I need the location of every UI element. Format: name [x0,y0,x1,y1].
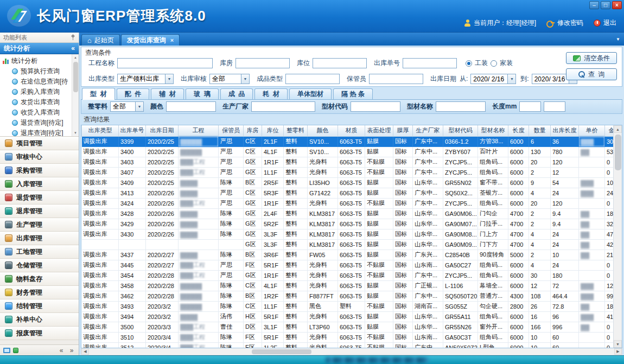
scroll-thumb[interactable] [252,349,311,354]
date-from-picker[interactable]: 2020/ 2/16 ▼ [470,74,516,84]
column-header[interactable]: 工程 [179,125,219,136]
column-header[interactable]: 出库类型 [82,125,119,136]
table-row[interactable]: 调拨出库35122020/3/4▓▓▓工程陈琳F区1L2F整料光身料6063-T… [82,342,619,348]
table-row[interactable]: 调拨出库34372020/2/27▓▓▓▓陈琳B区3R6F整料FW056063-… [82,250,619,260]
logout-button[interactable]: 退出 [603,18,616,28]
table-row[interactable]: 调拨出库34622020/2/28▓▓▓▓▓陈琳B区1R2F整料F8877FT6… [82,291,619,301]
sidebar-menu-item[interactable]: 报废管理 [0,327,79,340]
statistics-group-header[interactable]: 统计分析 « [0,43,79,54]
sidebar-menu-item[interactable]: 工地管理 [0,245,79,259]
close-button[interactable]: × [612,1,622,9]
tab-close-icon[interactable]: × [170,37,174,43]
horizontal-scrollbar[interactable]: ◀ ▶ [81,348,622,355]
material-tab[interactable]: 型 材 [82,88,115,100]
sidebar-menu-item[interactable]: 补单中心 [0,313,79,327]
sidebar-menu-item[interactable]: 生产管理 [0,218,79,232]
scroll-left-icon[interactable]: ◀ [81,348,89,355]
sidebar-menu-item[interactable]: 仓储管理 [0,259,79,272]
column-header[interactable]: 库位 [262,125,284,136]
column-header[interactable]: 表面处理 [365,125,393,136]
table-row[interactable]: 调拨出库33992020/2/25▓▓▓▓▓严思C区2L1F整料SV10...6… [82,136,619,146]
change-password-button[interactable]: 修改密码 [557,18,583,28]
keeper-input[interactable] [369,74,423,84]
table-row[interactable]: 调拨出库34302020/2/26▓▓▓▓陈琳G区3L3F整料KLM381760… [82,229,619,239]
material-tab[interactable]: 单体型材 [289,88,332,99]
dropdown-arrow-icon[interactable]: ▼ [507,74,515,84]
sidebar-menu-item[interactable]: 出库管理 [0,232,79,245]
column-header[interactable]: 材质 [338,125,365,136]
scroll-up-icon[interactable]: ▲ [614,125,622,133]
column-header[interactable]: 出库日期 [146,125,179,136]
dropdown-arrow-icon[interactable]: ▼ [241,74,249,84]
material-tab[interactable]: 配 件 [117,88,150,99]
clear-conditions-button[interactable]: 清空条件 [566,52,617,64]
column-header[interactable]: 颜色 [308,125,338,136]
table-row[interactable]: 调拨出库34092020/2/25▓▓▓▓陈琳B区2R5F整料LI35HO606… [82,177,619,188]
table-row[interactable]: G区3L3F整料KLM38176063-T5贴膜国标山东华...GA90M09.… [82,239,619,250]
sidebar-menu-item[interactable]: 入库管理 [0,177,79,191]
audit-select[interactable]: 全部 ▼ [209,74,250,84]
profile-code-input[interactable] [351,101,400,112]
vertical-scrollbar[interactable]: ▲ ▼ [613,125,622,348]
radio-industrial[interactable] [466,60,472,67]
collapse-icon[interactable]: « [71,44,75,52]
scroll-down-icon[interactable]: ▼ [614,340,622,348]
sidebar-menu-item[interactable]: 审核中心 [0,150,79,164]
warehouse-input[interactable] [235,58,290,68]
column-header[interactable]: 型材代码 [443,125,478,136]
color-input[interactable] [166,101,216,112]
project-name-input[interactable] [117,58,213,68]
tab-active[interactable]: 发货出库查询× [121,34,180,46]
column-header[interactable]: 出库单号 [119,125,146,136]
column-header[interactable]: 整零料 [284,125,308,136]
maximize-button[interactable]: □ [601,1,610,9]
tab[interactable]: ⌂起始页 [81,34,120,46]
column-header[interactable]: 膜厚 [393,125,413,136]
location-input[interactable] [313,58,367,68]
modules-icon[interactable] [13,348,18,353]
dropdown-arrow-icon[interactable]: ▼ [135,102,143,111]
table-row[interactable]: 调拨出库34542020/2/28▓▓▓工程严思G区1R1F整料光身料6063-… [82,270,619,280]
table-row[interactable]: 调拨出库34582020/2/28▓▓▓▓▓陈琳C区4L1F整料光身料6063-… [82,280,619,291]
column-header[interactable]: 保管员 [219,125,244,136]
tree-item[interactable]: 发货出库查询 [3,97,71,107]
sidebar-menu-item[interactable]: 退库管理 [0,205,79,218]
scroll-up-icon[interactable]: ▲ [72,54,79,61]
table-row[interactable]: 调拨出库34282020/2/26▓▓▓▓陈琳G区2L4F整料KLM381760… [82,208,619,219]
dropdown-arrow-icon[interactable]: ▼ [165,74,173,84]
table-row[interactable]: 调拨出库34132020/2/26▓▓▓▓严思C区5R3F整料G71422606… [82,188,619,198]
search-button[interactable]: 查 询 [566,68,617,80]
tree-item[interactable]: 退库查询[待定] [3,128,71,137]
table-row[interactable]: 调拨出库35002020/3/3▓▓▓工程曹佳D区3L1F整料LT3P60606… [82,322,619,332]
table-row[interactable]: 调拨出库34242020/2/26▓▓▓工程严思G区1R1F整料光身料6063-… [82,198,619,208]
table-row[interactable]: 调拨出库34032020/2/25▓▓▓工程严思G区1R1F整料光身料6063-… [82,157,619,167]
minimize-button[interactable]: – [589,1,599,9]
table-row[interactable]: 调拨出库34452020/2/27▓▓▓工程严思F区5R1F整料光身料6063-… [82,260,619,270]
scroll-down-icon[interactable]: ▼ [72,130,79,136]
product-type-input[interactable] [285,74,340,84]
column-header[interactable]: 型材名称 [478,125,508,136]
length-to-input[interactable] [544,101,565,112]
material-tab[interactable]: 隔 热 条 [333,88,373,99]
scroll-thumb[interactable] [615,135,621,170]
sidebar-menu-item[interactable]: 财务管理 [0,286,79,299]
pin-icon[interactable] [71,35,75,40]
table-row[interactable]: 调拨出库34292020/2/26▓▓▓▓陈琳G区5R2F整料KLM381760… [82,219,619,229]
table-row[interactable]: 调拨出库34932020/3/2▓▓▓▓▓陈琳C区1L1F整料黑色塑料不贴膜国标… [82,301,619,311]
material-tab[interactable]: 耗 材 [254,88,288,99]
tree-item[interactable]: 退货查询[待定] [3,118,71,128]
column-header[interactable]: 出库长度 [551,125,579,136]
tree-root[interactable]: 统计分析 [3,56,71,66]
column-header[interactable]: 生产厂家 [413,125,443,136]
pager-prev-button[interactable]: « [58,347,65,354]
order-no-input[interactable] [403,58,457,68]
material-tab[interactable]: 成 品 [220,88,253,99]
material-tab[interactable]: 辅 材 [151,88,184,99]
tree-item[interactable]: 收货入库查询 [3,107,71,118]
column-header[interactable]: 数量 [529,125,551,136]
tree-item[interactable]: 在途信息查询[待 [3,76,71,87]
column-header[interactable]: 长度 [508,125,529,136]
column-header[interactable]: 单价 [579,125,605,136]
scroll-thumb[interactable] [73,62,78,92]
manufacturer-input[interactable] [251,101,315,112]
